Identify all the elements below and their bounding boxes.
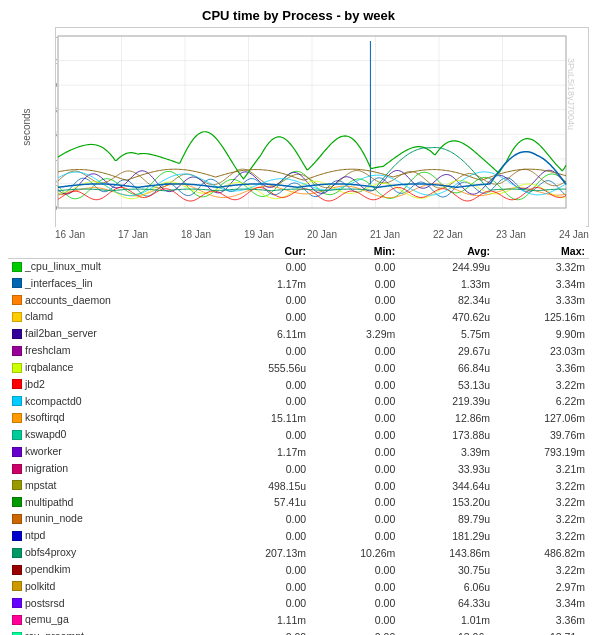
legend-avg: 82.34u: [399, 293, 494, 310]
legend-avg: 181.29u: [399, 528, 494, 545]
legend-row: kcompactd00.000.00219.39u6.22m: [8, 394, 589, 411]
legend-name: rcu_preempt: [8, 629, 215, 635]
process-name: kswapd0: [25, 427, 66, 442]
legend-name: mpstat: [8, 478, 215, 495]
legend-min: 0.00: [310, 343, 399, 360]
legend-avg: 344.64u: [399, 478, 494, 495]
process-name: ksoftirqd: [25, 410, 65, 425]
legend-max: 3.22m: [494, 478, 589, 495]
color-swatch: [12, 497, 22, 507]
legend-row: obfs4proxy207.13m10.26m143.86m486.82m: [8, 545, 589, 562]
legend-max: 3.36m: [494, 360, 589, 377]
color-swatch: [12, 430, 22, 440]
color-swatch: [12, 581, 22, 591]
legend-avg: 53.13u: [399, 377, 494, 394]
legend-min: 0.00: [310, 377, 399, 394]
legend-row: opendkim0.000.0030.75u3.22m: [8, 562, 589, 579]
legend-max: 3.22m: [494, 377, 589, 394]
process-name: migration: [25, 461, 68, 476]
legend-min: 0.00: [310, 596, 399, 613]
legend-avg: 29.67u: [399, 343, 494, 360]
legend-header-1: Cur:: [215, 244, 310, 259]
legend-row: munin_node0.000.0089.79u3.22m: [8, 511, 589, 528]
legend-cur: 0.00: [215, 461, 310, 478]
legend-avg: 3.39m: [399, 444, 494, 461]
legend-min: 0.00: [310, 394, 399, 411]
legend-avg: 33.93u: [399, 461, 494, 478]
process-name: ntpd: [25, 528, 45, 543]
x-axis-labels: 16 Jan17 Jan18 Jan19 Jan20 Jan21 Jan22 J…: [55, 229, 589, 240]
legend-min: 0.00: [310, 528, 399, 545]
legend-row: multipathd57.41u0.00153.20u3.22m: [8, 495, 589, 512]
legend-name: irqbalance: [8, 360, 215, 377]
x-axis-tick: 20 Jan: [307, 229, 337, 240]
process-name: mpstat: [25, 478, 57, 493]
color-swatch: [12, 396, 22, 406]
legend-name: freshclam: [8, 343, 215, 360]
legend-min: 0.00: [310, 629, 399, 635]
legend-max: 3.21m: [494, 461, 589, 478]
legend-row: ntpd0.000.00181.29u3.22m: [8, 528, 589, 545]
process-name: postsrsd: [25, 596, 65, 611]
legend-max: 39.76m: [494, 427, 589, 444]
legend-header-2: Min:: [310, 244, 399, 259]
color-swatch: [12, 278, 22, 288]
process-name: opendkim: [25, 562, 71, 577]
color-swatch: [12, 346, 22, 356]
legend-max: 3.32m: [494, 259, 589, 276]
legend-max: 3.22m: [494, 562, 589, 579]
legend-header-0: [8, 244, 215, 259]
legend-cur: 15.11m: [215, 410, 310, 427]
legend-max: 3.22m: [494, 511, 589, 528]
legend-max: 793.19m: [494, 444, 589, 461]
color-swatch: [12, 514, 22, 524]
legend-row: clamd0.000.00470.62u125.16m: [8, 309, 589, 326]
legend-max: 3.33m: [494, 293, 589, 310]
x-axis-tick: 22 Jan: [433, 229, 463, 240]
color-swatch: [12, 464, 22, 474]
legend-min: 0.00: [310, 360, 399, 377]
legend-cur: 0.00: [215, 343, 310, 360]
watermark: 3PuL5i18yJ7004u: [566, 58, 576, 130]
legend-max: 13.71m: [494, 629, 589, 635]
legend-name: qemu_ga: [8, 612, 215, 629]
legend-min: 10.26m: [310, 545, 399, 562]
legend-avg: 6.06u: [399, 579, 494, 596]
process-name: accounts_daemon: [25, 293, 111, 308]
process-name: _interfaces_lin: [25, 276, 93, 291]
legend-row: ksoftirqd15.11m0.0012.86m127.06m: [8, 410, 589, 427]
legend-row: polkitd0.000.006.06u2.97m: [8, 579, 589, 596]
legend-max: 3.34m: [494, 276, 589, 293]
legend-cur: 498.15u: [215, 478, 310, 495]
legend-row: irqbalance555.56u0.0066.84u3.36m: [8, 360, 589, 377]
legend-max: 6.22m: [494, 394, 589, 411]
legend-row: kswapd00.000.00173.88u39.76m: [8, 427, 589, 444]
process-name: polkitd: [25, 579, 55, 594]
legend-min: 0.00: [310, 461, 399, 478]
color-swatch: [12, 531, 22, 541]
legend-min: 3.29m: [310, 326, 399, 343]
legend-cur: 57.41u: [215, 495, 310, 512]
legend-min: 0.00: [310, 579, 399, 596]
legend-name: polkitd: [8, 579, 215, 596]
legend-avg: 244.99u: [399, 259, 494, 276]
process-name: fail2ban_server: [25, 326, 97, 341]
legend-cur: 0.00: [215, 528, 310, 545]
legend-min: 0.00: [310, 410, 399, 427]
legend-avg: 5.75m: [399, 326, 494, 343]
legend-name: _cpu_linux_mult: [8, 259, 215, 276]
legend-cur: 6.11m: [215, 326, 310, 343]
legend-min: 0.00: [310, 259, 399, 276]
x-axis-tick: 21 Jan: [370, 229, 400, 240]
legend-row: rcu_preempt0.000.0013.06u13.71m: [8, 629, 589, 635]
x-axis-tick: 24 Jan: [559, 229, 589, 240]
legend-row: postsrsd0.000.0064.33u3.34m: [8, 596, 589, 613]
legend-row: _cpu_linux_mult0.000.00244.99u3.32m: [8, 259, 589, 276]
process-name: obfs4proxy: [25, 545, 76, 560]
legend-row: qemu_ga1.11m0.001.01m3.36m: [8, 612, 589, 629]
legend-row: mpstat498.15u0.00344.64u3.22m: [8, 478, 589, 495]
legend-name: clamd: [8, 309, 215, 326]
legend-name: munin_node: [8, 511, 215, 528]
legend-max: 3.22m: [494, 528, 589, 545]
legend-min: 0.00: [310, 276, 399, 293]
